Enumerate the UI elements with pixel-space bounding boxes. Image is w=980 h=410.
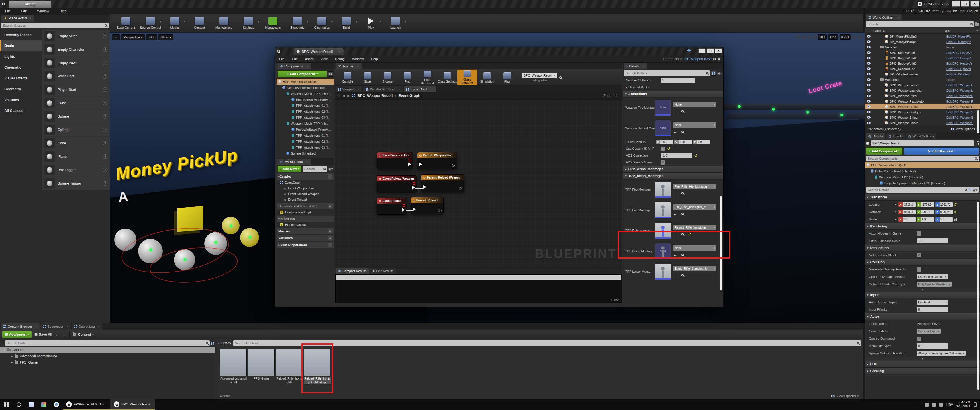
close-icon[interactable]: × bbox=[643, 65, 645, 68]
montage-dropdown[interactable]: None▾ bbox=[673, 102, 716, 107]
eye-filter-icon[interactable]: ◉▾ bbox=[718, 71, 722, 75]
blueprint-titlebar[interactable]: u BPC_WeaponRecoil × – ▢ ✕ bbox=[275, 47, 723, 55]
maximize-viewport-icon[interactable] bbox=[858, 35, 862, 39]
ik-z-input[interactable]: 0.0 bbox=[697, 140, 710, 145]
tray-icon[interactable] bbox=[932, 403, 936, 407]
wrench-icon[interactable]: ⚒ bbox=[718, 57, 721, 61]
use-selected-icon[interactable]: ← bbox=[673, 109, 677, 114]
scrollbar[interactable] bbox=[720, 197, 722, 291]
place-category[interactable]: Cinematic bbox=[0, 62, 42, 73]
toolbar-button[interactable]: Launch ▾ bbox=[383, 17, 408, 29]
menu-item[interactable]: Edit bbox=[16, 9, 32, 13]
close-icon[interactable]: × bbox=[399, 87, 400, 91]
outliner-row[interactable]: Vehicles Folder bbox=[865, 44, 980, 50]
view-options-button[interactable]: View Options▾ bbox=[951, 127, 978, 131]
visibility-eye-icon[interactable] bbox=[867, 57, 870, 59]
browse-to-asset-icon[interactable] bbox=[681, 110, 684, 113]
location-z-input[interactable]: 1662.72 bbox=[940, 202, 953, 207]
minimize-icon[interactable]: – bbox=[951, 1, 960, 6]
details-panel-tab[interactable]: ◷Levels bbox=[886, 133, 905, 139]
edit-asset-link[interactable]: Edit BP_MoneyPic bbox=[947, 35, 980, 38]
bottom-dock-tab[interactable]: Sequencer× bbox=[40, 323, 71, 330]
edit-asset-link[interactable]: Edit BPC_WeaponS bbox=[947, 116, 980, 119]
input-category[interactable]: ▾Input bbox=[865, 292, 980, 299]
outliner-search-input[interactable]: Search... bbox=[866, 21, 974, 27]
convert-actor-dropdown[interactable]: Select a Type▾ bbox=[917, 329, 941, 334]
edit-asset-link[interactable]: Edit BPC_WeaponL bbox=[947, 83, 980, 87]
reset-to-default-icon[interactable]: ↺ bbox=[667, 147, 670, 151]
visibility-eye-icon[interactable] bbox=[867, 46, 870, 48]
nav-back-icon[interactable]: ← bbox=[55, 332, 59, 337]
fpp-montages-category[interactable]: ▸FPP_Arms_Montages bbox=[623, 166, 723, 173]
edit-asset-link[interactable]: Edit BPC_LightVel bbox=[947, 67, 980, 71]
event-node[interactable]: ◇Event Reload bbox=[377, 198, 407, 215]
outliner-row[interactable]: BPC_WeaponPistol Edit BPC_WeaponP bbox=[865, 93, 980, 99]
rotation-y-input[interactable]: -90.0 ° bbox=[921, 210, 934, 215]
net-load-checkbox[interactable]: ✓ bbox=[917, 253, 921, 257]
exec-in-pin[interactable] bbox=[419, 162, 422, 166]
parent-class-link[interactable]: BP Weapon Base bbox=[685, 57, 712, 61]
my-blueprint-search-input[interactable]: Search bbox=[302, 166, 327, 172]
use-selected-icon[interactable]: ← bbox=[673, 273, 677, 278]
montage-thumbnail[interactable] bbox=[655, 202, 671, 218]
place-category[interactable]: Geometry bbox=[0, 84, 42, 95]
bottom-dock-tab[interactable]: Output Log× bbox=[72, 323, 103, 330]
transform-category[interactable]: ▾Transform bbox=[865, 194, 980, 201]
menu-item[interactable]: Help bbox=[368, 57, 382, 60]
viewport-perspective-button[interactable]: Perspective ▾ bbox=[121, 35, 145, 40]
help-icon[interactable]: ? bbox=[103, 47, 107, 52]
search-paths-input[interactable]: Search Paths bbox=[5, 340, 210, 346]
replication-category[interactable]: ▾Replication bbox=[865, 245, 980, 251]
breadcrumb-leaf[interactable]: Event Graph bbox=[398, 94, 420, 98]
folder-tree-row[interactable]: ▸FPS_Game bbox=[0, 359, 215, 366]
event-item[interactable]: ◇Event Reload bbox=[277, 197, 334, 202]
place-category[interactable]: Volumes bbox=[0, 95, 42, 105]
rotation-snap-value[interactable]: 10°▾ bbox=[828, 35, 838, 40]
help-icon[interactable]: ? bbox=[103, 168, 107, 172]
rotation-z-input[interactable]: 0.00021 bbox=[940, 210, 953, 215]
edit-asset-link[interactable]: Edit BPC_WeaponS bbox=[947, 121, 980, 125]
montage-thumbnail[interactable] bbox=[655, 222, 671, 238]
dispatchers-section-header[interactable]: Event Dispatchers+ bbox=[277, 242, 334, 248]
visibility-eye-icon[interactable] bbox=[867, 111, 870, 113]
close-icon[interactable]: × bbox=[431, 87, 433, 91]
graphs-section-header[interactable]: ▾Graphs+ bbox=[277, 173, 334, 180]
edit-asset-link[interactable]: Edit BP_VehicleSp bbox=[947, 73, 980, 76]
lock-icon[interactable] bbox=[976, 143, 979, 145]
outliner-row[interactable]: BP_MoneyPickUp4 Edit BP_MoneyPic bbox=[865, 39, 980, 44]
tab-find-results[interactable]: Find Results bbox=[370, 268, 396, 274]
toolbar-button[interactable]: Cinematics ▾ bbox=[310, 17, 334, 29]
edit-asset-link[interactable]: Folder bbox=[947, 78, 980, 81]
breadcrumb-root[interactable]: BPC_WeaponRecoil bbox=[357, 94, 393, 98]
exec-out-pin[interactable] bbox=[412, 186, 415, 190]
browse-to-asset-icon[interactable] bbox=[681, 254, 684, 256]
rotation-x-input[interactable]: -0.0004 bbox=[902, 210, 916, 215]
input-priority-input[interactable]: 0 bbox=[917, 307, 948, 312]
asset-tile[interactable]: Reload_Rifle_Ironsights_Montage bbox=[304, 349, 331, 384]
montage-dropdown[interactable]: None▾ bbox=[673, 245, 716, 251]
component-tree-row[interactable]: TPP_Attachment_03 (I... bbox=[277, 145, 334, 150]
taskbar-clock[interactable]: 5:47 PM 3/15/2021 bbox=[956, 400, 970, 408]
blueprint-toolbar-button[interactable]: Browse bbox=[377, 72, 398, 83]
actor-category[interactable]: ▾Actor bbox=[865, 313, 980, 320]
exec-out-pin[interactable]: ▷ bbox=[460, 186, 462, 190]
overlap-events-checkbox[interactable] bbox=[917, 267, 921, 272]
component-tree-row[interactable]: Weapon_Mesh_FPP (Inher... bbox=[277, 91, 334, 97]
minimize-icon[interactable]: – bbox=[698, 48, 706, 53]
add-import-button[interactable]: ▤Add/Import▾ bbox=[2, 331, 32, 338]
component-tree-row[interactable]: DefaultSceneRoot (Inherited) bbox=[277, 84, 334, 91]
parent-call-node[interactable]: ◇Parent: Reload Weapon ▷ bbox=[421, 174, 465, 192]
outliner-row[interactable]: BPC_WeaponSword Edit BPC_WeaponS bbox=[865, 120, 980, 126]
search-icon[interactable] bbox=[559, 76, 562, 79]
component-tree-row[interactable]: BPC_WeaponRecoil(self) bbox=[865, 162, 980, 168]
blueprint-toolbar-button[interactable]: Hide Unrelated bbox=[417, 70, 437, 85]
reset-to-default-icon[interactable]: ↺ bbox=[688, 232, 691, 237]
blueprint-toolbar-button[interactable]: Compile bbox=[337, 72, 358, 83]
help-icon[interactable]: ? bbox=[103, 101, 107, 105]
asset-tile[interactable]: Reload_Rifle_Ironsights bbox=[276, 349, 303, 384]
component-tree-row[interactable]: Weapon_Mesh_TPP (Inh... bbox=[277, 121, 334, 126]
visibility-eye-icon[interactable] bbox=[867, 51, 870, 54]
interface-item[interactable]: fBPI Interaction bbox=[277, 222, 334, 227]
menu-item[interactable]: Asset bbox=[301, 57, 317, 60]
default-overlaps-dropdown[interactable]: Only Update Movable▾ bbox=[917, 281, 951, 287]
